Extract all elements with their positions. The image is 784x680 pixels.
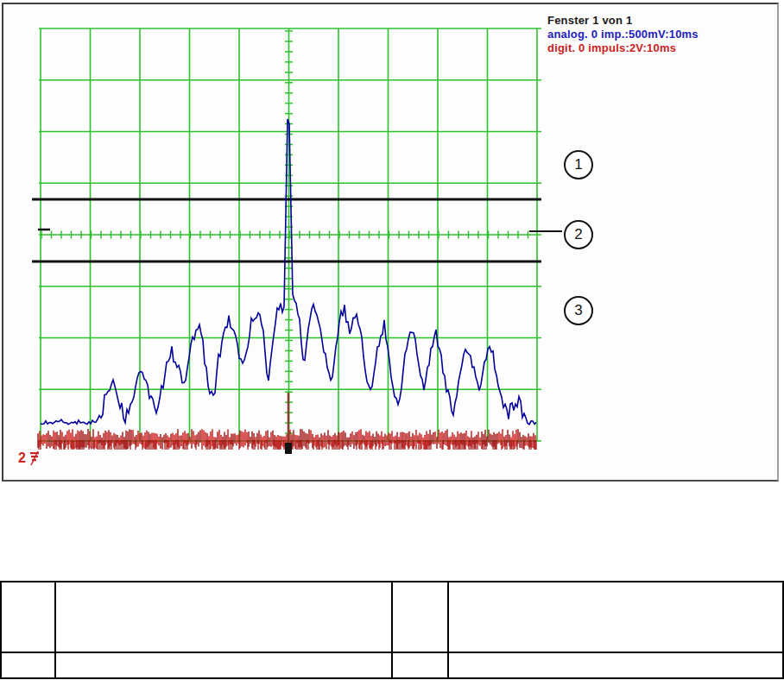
oscilloscope-screenshot: Fenster 1 von 1 analog. 0 imp.:500mV:10m… bbox=[2, 3, 779, 482]
channel-2-label: 2 bbox=[18, 450, 26, 466]
table-row bbox=[1, 652, 783, 678]
callout-3-label: 3 bbox=[574, 302, 582, 319]
table-cell bbox=[392, 652, 448, 678]
analog-channel-label: analog. 0 imp.:500mV:10ms bbox=[547, 28, 699, 41]
callout-1-label: 1 bbox=[574, 156, 582, 173]
channel-2-trigger-marker: 2 bbox=[18, 450, 41, 466]
scope-window-title: Fenster 1 von 1 bbox=[547, 14, 632, 28]
table-cell bbox=[1, 652, 55, 678]
table-cell bbox=[448, 652, 783, 678]
table-cell bbox=[55, 582, 392, 652]
worksheet-page: Fenster 1 von 1 analog. 0 imp.:500mV:10m… bbox=[0, 0, 784, 680]
table-cell bbox=[392, 582, 448, 652]
callout-2-label: 2 bbox=[574, 226, 582, 243]
table-row bbox=[1, 582, 783, 652]
table-cell bbox=[55, 652, 392, 678]
digital-channel-label: digit. 0 impuls:2V:10ms bbox=[547, 41, 676, 55]
table-cell bbox=[1, 582, 55, 652]
table-cell bbox=[448, 582, 783, 652]
callout-3: 3 bbox=[564, 296, 593, 325]
trigger-flag-icon bbox=[28, 450, 41, 466]
callout-1: 1 bbox=[564, 150, 593, 179]
worksheet-table bbox=[0, 581, 784, 679]
scope-plot-canvas bbox=[3, 4, 784, 483]
callout-2: 2 bbox=[564, 220, 593, 249]
